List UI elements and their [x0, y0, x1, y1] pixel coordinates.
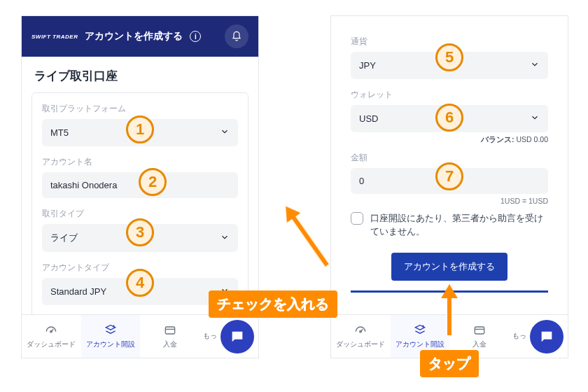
amount-value: 0 — [359, 176, 364, 186]
agreement-row: 口座開設にあたり、第三者から助言を受けていません。 — [351, 212, 548, 239]
annotation-step-7: 7 — [435, 162, 463, 190]
account-name-label: アカウント名 — [42, 156, 238, 168]
agreement-checkbox[interactable] — [351, 212, 363, 225]
chevron-down-icon — [530, 113, 540, 125]
section-title: ライブ取引口座 — [22, 57, 258, 92]
platform-value: MT5 — [50, 127, 69, 138]
tab-label: アカウント開設 — [396, 340, 444, 349]
annotation-step-1: 1 — [126, 115, 154, 144]
annotation-arrow-tap — [447, 294, 452, 336]
tab-dashboard[interactable]: ダッシュボード — [22, 323, 81, 349]
annotation-arrow-check — [289, 213, 330, 267]
chat-fab[interactable] — [220, 320, 254, 354]
currency-value: JPY — [359, 60, 376, 71]
header-title: アカウントを作成する — [85, 30, 183, 43]
annotation-step-5: 5 — [435, 43, 463, 71]
wallet-icon — [472, 323, 486, 337]
chat-fab[interactable] — [530, 320, 564, 354]
svg-rect-3 — [475, 327, 484, 334]
wallet-icon — [163, 323, 177, 337]
annotation-step-3: 3 — [126, 218, 154, 246]
tab-label: 入金 — [163, 340, 177, 349]
chat-icon — [230, 329, 245, 344]
chevron-down-icon — [220, 127, 230, 139]
tab-label: アカウント開設 — [86, 340, 135, 349]
platform-label: 取引プラットフォーム — [42, 103, 238, 115]
bottom-tab-bar: ダッシュボード アカウント開設 入金 もっ — [22, 314, 258, 358]
annotation-step-2: 2 — [139, 168, 167, 196]
tab-label: もっ — [203, 332, 217, 341]
tab-deposit[interactable]: 入金 — [140, 323, 200, 349]
annotation-step-6: 6 — [435, 104, 463, 132]
tab-more[interactable]: もっ — [509, 332, 530, 341]
tab-dashboard[interactable]: ダッシュボード — [331, 323, 391, 349]
exchange-rate: 1USD = 1USD — [351, 197, 548, 205]
top-bar: SWIFT TRADER アカウントを作成する i — [22, 16, 258, 57]
layers-plus-icon — [413, 323, 427, 337]
tab-label: ダッシュボード — [336, 340, 385, 349]
tab-label: ダッシュボード — [27, 340, 76, 349]
layers-plus-icon — [104, 323, 118, 337]
gauge-icon — [44, 323, 58, 337]
gauge-icon — [354, 323, 368, 337]
account-type-value: Standard JPY — [50, 286, 106, 297]
tab-deposit[interactable]: 入金 — [449, 323, 509, 349]
chat-icon — [539, 329, 554, 344]
account-name-value: takashi Onodera — [50, 180, 117, 190]
wallet-value: USD — [359, 113, 378, 124]
agreement-text: 口座開設にあたり、第三者から助言を受けていません。 — [370, 212, 548, 239]
bell-icon — [231, 31, 242, 42]
svg-rect-1 — [165, 327, 174, 334]
annotation-step-4: 4 — [126, 269, 154, 297]
trade-type-value: ライブ — [50, 232, 78, 244]
tab-label: もっ — [512, 332, 526, 341]
tab-label: 入金 — [472, 340, 486, 349]
chevron-down-icon — [220, 232, 230, 244]
create-account-button[interactable]: アカウントを作成する — [391, 253, 507, 281]
notification-button[interactable] — [225, 24, 248, 48]
wallet-label: ウォレット — [351, 89, 548, 101]
tab-more[interactable]: もっ — [200, 332, 220, 341]
annotation-check-hint: チェックを入れる — [209, 290, 337, 318]
info-icon[interactable]: i — [190, 31, 201, 42]
chevron-down-icon — [530, 59, 540, 71]
brand-logo: SWIFT TRADER — [31, 34, 78, 40]
balance-line: バランス: USD 0.00 — [351, 135, 548, 145]
tab-account-open[interactable]: アカウント開設 — [81, 315, 141, 358]
annotation-tap-hint: タップ — [420, 350, 479, 377]
